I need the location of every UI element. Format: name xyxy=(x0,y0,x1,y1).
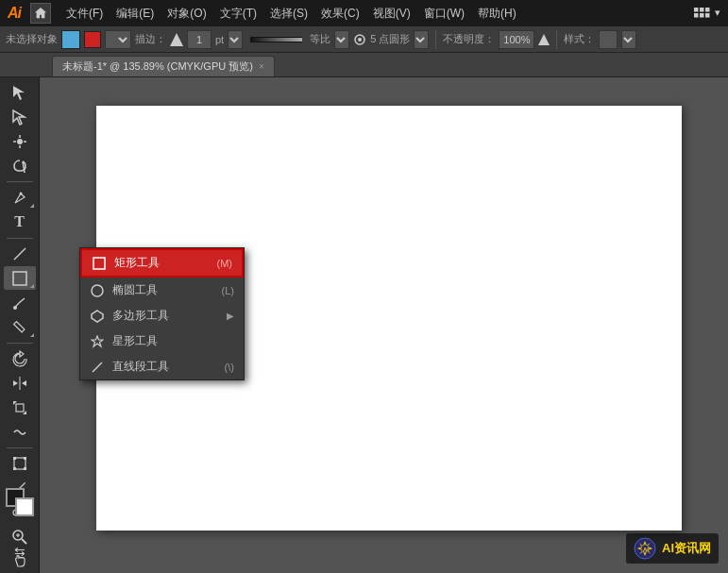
svg-line-19 xyxy=(14,248,25,260)
options-bar: 未选择对象 描边： pt 等比 5 点圆形 不透明度： 样式： xyxy=(0,26,728,53)
swap-colors-button[interactable]: ⇆ xyxy=(4,537,36,565)
svg-rect-1 xyxy=(700,8,704,12)
shape-flyout-menu: 矩形工具 (M) 椭圆工具 (L) 多边形工具 ▶ xyxy=(79,247,245,380)
line-tool-button[interactable] xyxy=(4,243,36,266)
menu-window[interactable]: 窗口(W) xyxy=(418,4,470,24)
grid-icon xyxy=(694,7,711,20)
menu-effect[interactable]: 效果(C) xyxy=(315,4,365,24)
star-tool-icon xyxy=(90,334,105,349)
home-button[interactable] xyxy=(30,3,51,24)
brush-dropdown[interactable] xyxy=(414,30,429,49)
equal-ratio-label: 等比 xyxy=(310,32,330,46)
tab-title: 未标题-1* @ 135.89% (CMYK/GPU 预览) xyxy=(62,59,253,74)
window-controls: ▾ xyxy=(694,7,720,20)
svg-rect-0 xyxy=(694,8,699,12)
svg-marker-43 xyxy=(92,336,103,346)
menu-type[interactable]: 文字(T) xyxy=(214,4,262,24)
polygon-tool-label: 多边形工具 xyxy=(112,308,169,324)
svg-point-18 xyxy=(19,192,22,194)
stroke-label: 描边： xyxy=(135,32,166,46)
line-segment-tool-menuitem[interactable]: 直线段工具 (\) xyxy=(80,354,244,379)
left-toolbar: T xyxy=(0,77,40,573)
rectangle-tool-menuitem[interactable]: 矩形工具 (M) xyxy=(80,248,244,278)
stroke-unit-dropdown[interactable] xyxy=(228,30,243,49)
reflect-tool-button[interactable] xyxy=(4,372,36,396)
line-segment-tool-icon xyxy=(90,360,105,375)
ai-logo-icon: Ai xyxy=(8,5,21,22)
svg-marker-11 xyxy=(13,110,25,125)
equal-ratio-dropdown[interactable] xyxy=(334,30,349,49)
menu-file[interactable]: 文件(F) xyxy=(60,4,109,24)
expand-icon: ▾ xyxy=(715,7,720,20)
pencil-tool-button[interactable] xyxy=(4,315,36,339)
watermark: AI AI资讯网 xyxy=(626,533,719,564)
svg-point-16 xyxy=(17,139,23,144)
fill-color-box[interactable] xyxy=(61,30,80,49)
background-color[interactable] xyxy=(15,497,34,516)
magic-wand-tool-button[interactable] xyxy=(4,130,36,154)
svg-marker-25 xyxy=(22,380,26,386)
menu-bar: 文件(F) 编辑(E) 对象(O) 文字(T) 选择(S) 效果(C) 视图(V… xyxy=(60,4,522,24)
menu-select[interactable]: 选择(S) xyxy=(264,4,313,24)
paintbrush-tool-button[interactable] xyxy=(4,291,36,314)
svg-rect-28 xyxy=(13,457,16,460)
svg-rect-29 xyxy=(24,457,26,460)
title-bar: Ai 文件(F) 编辑(E) 对象(O) 文字(T) 选择(S) 效果(C) 视… xyxy=(0,0,728,26)
shape-tool-button[interactable] xyxy=(4,266,36,290)
watermark-text: AI资讯网 xyxy=(662,540,711,557)
svg-text:AI: AI xyxy=(643,547,649,552)
polygon-submenu-arrow: ▶ xyxy=(227,311,234,321)
style-label: 样式： xyxy=(564,32,595,46)
polygon-tool-icon xyxy=(90,309,105,324)
ellipse-tool-icon xyxy=(90,283,105,298)
separator-2 xyxy=(556,30,557,49)
rotate-tool-button[interactable] xyxy=(4,347,36,371)
opacity-input[interactable] xyxy=(499,30,534,49)
menu-view[interactable]: 视图(V) xyxy=(367,4,416,24)
stroke-unit-label: pt xyxy=(215,34,224,45)
svg-marker-9 xyxy=(538,34,550,45)
svg-rect-40 xyxy=(93,258,105,269)
direct-select-tool-button[interactable] xyxy=(4,106,36,129)
rectangle-tool-label: 矩形工具 xyxy=(114,255,160,271)
svg-marker-6 xyxy=(170,33,183,46)
svg-rect-26 xyxy=(16,404,24,412)
star-tool-menuitem[interactable]: 星形工具 xyxy=(80,329,244,354)
style-preview[interactable] xyxy=(599,30,618,49)
scale-tool-button[interactable] xyxy=(4,396,36,419)
menu-object[interactable]: 对象(O) xyxy=(161,4,212,24)
watermark-icon: AI xyxy=(634,537,656,560)
canvas-area[interactable]: 矩形工具 (M) 椭圆工具 (L) 多边形工具 ▶ xyxy=(40,77,728,573)
menu-edit[interactable]: 编辑(E) xyxy=(110,4,160,24)
style-dropdown[interactable] xyxy=(621,30,636,49)
svg-rect-30 xyxy=(13,467,16,470)
document-tab[interactable]: 未标题-1* @ 135.89% (CMYK/GPU 预览) × xyxy=(52,56,275,76)
line-segment-tool-shortcut: (\) xyxy=(225,362,234,373)
tab-close-button[interactable]: × xyxy=(259,61,264,72)
stroke-adjust-icon xyxy=(170,33,183,46)
separator-1 xyxy=(435,30,436,49)
star-tool-label: 星形工具 xyxy=(112,333,158,349)
pen-tool-button[interactable] xyxy=(4,186,36,210)
select-tool-button[interactable] xyxy=(4,81,36,105)
ellipse-tool-menuitem[interactable]: 椭圆工具 (L) xyxy=(80,278,244,303)
ellipse-tool-label: 椭圆工具 xyxy=(112,282,158,298)
stroke-value-input[interactable] xyxy=(187,30,212,49)
line-segment-tool-label: 直线段工具 xyxy=(112,359,169,375)
lasso-tool-button[interactable] xyxy=(4,154,36,177)
warp-tool-button[interactable] xyxy=(4,420,36,444)
menu-help[interactable]: 帮助(H) xyxy=(472,4,522,24)
svg-rect-31 xyxy=(24,467,26,470)
tab-bar: 未标题-1* @ 135.89% (CMYK/GPU 预览) × xyxy=(0,53,728,77)
svg-line-44 xyxy=(93,362,102,372)
stroke-color-box[interactable] xyxy=(84,31,101,48)
stroke-dropdown[interactable] xyxy=(105,30,131,49)
ellipse-tool-shortcut: (L) xyxy=(222,285,234,296)
free-transform-button[interactable] xyxy=(4,452,36,476)
color-selector[interactable] xyxy=(6,488,34,516)
svg-marker-10 xyxy=(13,86,25,100)
toolbar-divider-1 xyxy=(7,181,33,182)
polygon-tool-menuitem[interactable]: 多边形工具 ▶ xyxy=(80,303,244,329)
rectangle-tool-icon xyxy=(92,256,107,271)
type-tool-button[interactable]: T xyxy=(4,211,36,234)
